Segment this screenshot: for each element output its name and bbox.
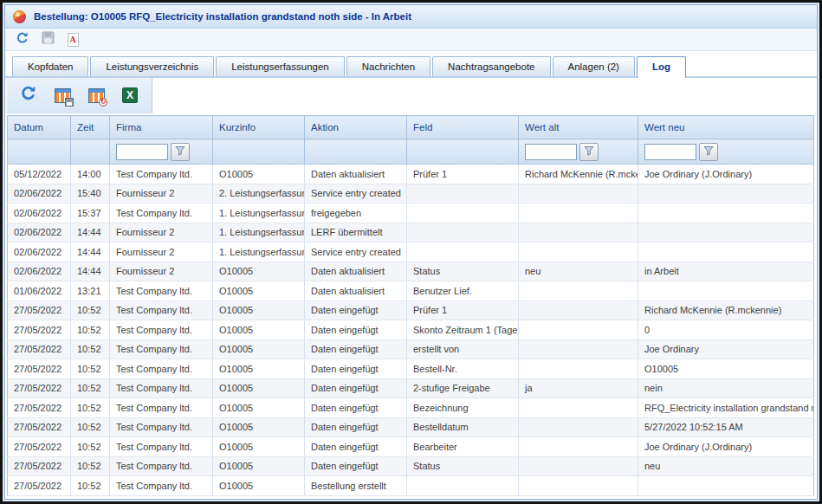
- refresh-button[interactable]: [15, 32, 30, 48]
- cell-feld: Benutzer Lief.: [407, 281, 519, 301]
- cell-aktion: Daten eingefügt: [305, 320, 407, 340]
- column-header-aktion[interactable]: Aktion: [305, 116, 407, 139]
- filter-input-wert_alt[interactable]: [525, 144, 577, 160]
- cell-zeit: 15:40: [71, 184, 110, 204]
- cell-kurzinfo: O10005: [213, 456, 305, 476]
- table-row[interactable]: 02/06/202215:37Test Company ltd.1. Leist…: [8, 204, 814, 223]
- cell-aktion: Service entry created: [305, 184, 407, 204]
- window-inner: Bestellung: O10005 RFQ_Electricity insta…: [4, 4, 818, 500]
- table-row[interactable]: 27/05/202210:52Test Company ltd.O10005Da…: [8, 300, 814, 320]
- cell-zeit: 13:21: [71, 281, 110, 301]
- cell-kurzinfo: 1. Leistungserfassung: [213, 242, 305, 262]
- table-row[interactable]: 02/06/202215:40Fournisseur 22. Leistungs…: [8, 184, 814, 204]
- export-excel-icon: [122, 87, 138, 103]
- cell-datum: 27/05/2022: [8, 378, 71, 398]
- cell-kurzinfo: O10005: [213, 398, 305, 418]
- cell-datum: 27/05/2022: [8, 320, 71, 340]
- save-button[interactable]: [40, 32, 55, 48]
- column-header-datum[interactable]: Datum: [8, 116, 71, 139]
- pdf-button[interactable]: [65, 32, 81, 48]
- cell-zeit: 10:52: [71, 300, 110, 320]
- cell-wert_alt: [519, 223, 638, 242]
- cell-firma: Test Company ltd.: [110, 456, 213, 476]
- cell-aktion: Daten eingefügt: [305, 378, 407, 398]
- filter-controls-wert_alt: [525, 143, 638, 161]
- cell-wert_neu: [638, 184, 814, 204]
- cell-zeit: 10:52: [71, 359, 110, 379]
- table-row[interactable]: 27/05/202210:52Test Company ltd.O10005Da…: [8, 456, 814, 476]
- cell-zeit: 10:52: [71, 437, 110, 457]
- cell-datum: 27/05/2022: [8, 398, 71, 418]
- tab-kopfdaten[interactable]: Kopfdaten: [12, 56, 88, 76]
- cell-wert_alt: [519, 320, 638, 340]
- export-excel-button[interactable]: [120, 85, 140, 106]
- table-row[interactable]: 27/05/202210:52Test Company ltd.O10005Be…: [8, 476, 814, 496]
- cell-firma: Fournisseur 2: [110, 262, 213, 281]
- cell-datum: 02/06/2022: [8, 262, 71, 281]
- cell-aktion: Daten eingefügt: [305, 456, 407, 476]
- column-header-wert_neu[interactable]: Wert neu: [638, 116, 814, 139]
- table-row[interactable]: 02/06/202214:44Fournisseur 2O10005Daten …: [8, 262, 814, 281]
- table-row[interactable]: 27/05/202210:52Test Company ltd.O10005Da…: [8, 339, 814, 359]
- cell-kurzinfo: 1. Leistungserfassung: [213, 223, 305, 242]
- tab-nachtragsangebote[interactable]: Nachtragsangebote: [432, 56, 550, 76]
- filter-funnel-button-firma[interactable]: [171, 143, 190, 161]
- tab-log[interactable]: Log: [637, 56, 686, 78]
- funnel-icon: [175, 145, 185, 158]
- cell-feld: Bestell-Nr.: [407, 359, 519, 379]
- cell-kurzinfo: O10005: [213, 165, 305, 184]
- tab-nachrichten[interactable]: Nachrichten: [346, 56, 430, 76]
- cell-wert_neu: [638, 242, 814, 262]
- export-grid-pdf-button[interactable]: [86, 85, 107, 106]
- tab-leistungsverzeichnis[interactable]: Leistungsverzeichnis: [90, 56, 214, 76]
- export-grid-save-button[interactable]: [52, 85, 73, 106]
- cell-wert_neu: [638, 476, 814, 496]
- cell-wert_neu: [638, 223, 814, 242]
- table-row[interactable]: 02/06/202214:44Fournisseur 21. Leistungs…: [8, 223, 814, 242]
- table-row[interactable]: 01/06/202213:21Test Company ltd.O10005Da…: [8, 281, 814, 301]
- cell-feld: Status: [407, 456, 519, 476]
- cell-wert_neu: RFQ_Electricity installation grandstand …: [638, 398, 814, 418]
- log-table: DatumZeitFirmaKurzinfoAktionFeldWert alt…: [7, 115, 814, 496]
- cell-feld: Skonto Zeitraum 1 (Tage): [407, 320, 519, 340]
- cell-firma: Fournisseur 2: [110, 184, 213, 204]
- cell-aktion: Daten aktualisiert: [305, 165, 407, 184]
- table-row[interactable]: 27/05/202210:52Test Company ltd.O10005Da…: [8, 378, 814, 398]
- column-header-kurzinfo[interactable]: Kurzinfo: [213, 116, 305, 139]
- cell-aktion: Service entry created: [305, 242, 407, 262]
- column-header-firma[interactable]: Firma: [110, 116, 213, 139]
- refresh-icon: [16, 31, 29, 48]
- cell-wert_neu: Richard McKennie (R.mckennie): [638, 300, 814, 320]
- column-header-wert_alt[interactable]: Wert alt: [519, 116, 638, 139]
- filter-cell-firma: [110, 139, 213, 165]
- table-row[interactable]: 27/05/202210:52Test Company ltd.O10005Da…: [8, 417, 814, 437]
- filter-funnel-button-wert_alt[interactable]: [579, 143, 599, 161]
- cell-feld: Prüfer 1: [407, 165, 519, 184]
- table-row[interactable]: 27/05/202210:52Test Company ltd.O10005Da…: [8, 437, 814, 457]
- cell-aktion: Daten eingefügt: [305, 437, 407, 457]
- grid-refresh-button[interactable]: [18, 85, 39, 106]
- filter-input-firma[interactable]: [116, 144, 168, 160]
- cell-datum: 27/05/2022: [8, 437, 71, 457]
- cell-firma: Test Company ltd.: [110, 281, 213, 301]
- table-row[interactable]: 27/05/202210:52Test Company ltd.O10005Da…: [8, 359, 814, 379]
- top-toolbar: [5, 29, 817, 51]
- cell-kurzinfo: O10005: [213, 320, 305, 340]
- tab-anlagen-2[interactable]: Anlagen (2): [553, 56, 635, 76]
- cell-firma: Test Company ltd.: [110, 437, 213, 457]
- table-row[interactable]: 05/12/202214:00Test Company ltd.O10005Da…: [8, 165, 814, 184]
- table-row[interactable]: 27/05/202210:52Test Company ltd.O10005Da…: [8, 320, 814, 340]
- cell-aktion: Daten aktualisiert: [305, 262, 407, 281]
- cell-kurzinfo: O10005: [213, 378, 305, 398]
- tab-leistungserfassungen[interactable]: Leistungserfassungen: [216, 56, 345, 76]
- cell-wert_neu: [638, 281, 814, 301]
- header-filter-row: [8, 139, 814, 165]
- column-header-feld[interactable]: Feld: [407, 116, 519, 139]
- filter-funnel-button-wert_neu[interactable]: [699, 143, 718, 161]
- save-icon: [42, 31, 55, 48]
- cell-aktion: Daten eingefügt: [305, 398, 407, 418]
- table-row[interactable]: 02/06/202214:44Fournisseur 21. Leistungs…: [8, 242, 814, 262]
- column-header-zeit[interactable]: Zeit: [71, 116, 110, 139]
- filter-input-wert_neu[interactable]: [644, 144, 696, 160]
- table-row[interactable]: 27/05/202210:52Test Company ltd.O10005Da…: [8, 398, 814, 418]
